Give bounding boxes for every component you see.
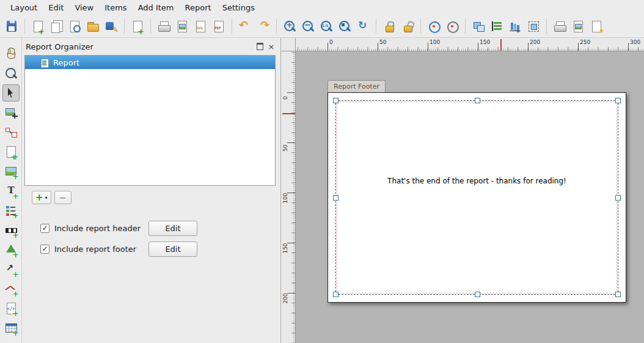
- panel-title: Report Organizer: [26, 42, 93, 51]
- selection-handle-br[interactable]: [615, 292, 621, 297]
- footer-label-text: That's the end of the report - thanks fo…: [328, 177, 626, 185]
- resize-items-button[interactable]: [525, 18, 542, 35]
- v-ruler-label: 150: [282, 242, 288, 255]
- v-ruler-label: 50: [282, 141, 288, 155]
- export-report-image-button[interactable]: [569, 18, 587, 35]
- print-button[interactable]: [155, 18, 172, 35]
- snap-guides-icon: [445, 20, 459, 33]
- save-project-icon: [5, 20, 18, 33]
- layout-manager-button[interactable]: [66, 18, 83, 35]
- align-items-button[interactable]: [488, 18, 505, 35]
- menu-items[interactable]: Items: [99, 1, 132, 14]
- unlock-items-button[interactable]: [399, 18, 416, 35]
- add-label-button[interactable]: [2, 182, 20, 199]
- group-items-button[interactable]: [470, 18, 487, 35]
- refresh-view-button[interactable]: [354, 18, 371, 35]
- zoom-button[interactable]: [2, 65, 20, 82]
- selection-handle-bm[interactable]: [475, 292, 480, 297]
- edit-nodes-button[interactable]: [2, 124, 20, 141]
- tree-item-report[interactable]: Report: [25, 56, 275, 69]
- h-ruler-label: 200: [530, 39, 540, 45]
- add-picture-button[interactable]: [2, 163, 20, 180]
- pan-button[interactable]: [2, 45, 20, 62]
- selection-handle-bl[interactable]: [333, 292, 338, 297]
- v-ruler-label: 200: [282, 292, 288, 305]
- add-page-button[interactable]: [2, 143, 20, 160]
- lock-items-button[interactable]: [381, 18, 398, 35]
- add-arrow-button[interactable]: [2, 260, 20, 278]
- toolbar-separator: [546, 19, 547, 34]
- add-plus-badge: [12, 232, 18, 239]
- zoom-in-button[interactable]: [281, 18, 298, 35]
- add-html-button[interactable]: [2, 300, 20, 317]
- section-buttons: [22, 186, 280, 204]
- remove-section-button[interactable]: [54, 191, 71, 204]
- report-tree[interactable]: Report: [24, 55, 276, 186]
- selection-handle-mr[interactable]: [615, 195, 621, 201]
- add-attribute-table-button[interactable]: [2, 319, 20, 336]
- export-image-button[interactable]: [174, 18, 191, 35]
- add-shape-button[interactable]: [2, 241, 20, 258]
- snap-guides-button[interactable]: [444, 18, 461, 35]
- selected-item-frame[interactable]: [335, 100, 618, 295]
- zoom-actual-button[interactable]: [318, 18, 335, 35]
- save-as-template-button[interactable]: [103, 18, 120, 35]
- new-layout-icon: [31, 20, 45, 33]
- add-section-button[interactable]: [32, 191, 51, 204]
- add-legend-button[interactable]: [2, 202, 20, 219]
- toolbar-separator: [124, 19, 125, 34]
- move-content-button[interactable]: [2, 104, 20, 121]
- menu-layout[interactable]: Layout: [5, 1, 43, 14]
- undo-icon: [238, 20, 252, 33]
- undo-button[interactable]: [236, 18, 254, 35]
- menu-edit[interactable]: Edit: [43, 1, 69, 14]
- include-report-header-checkbox[interactable]: [40, 224, 49, 233]
- dock-close-button[interactable]: [267, 42, 276, 51]
- v-ruler-label: 0: [282, 91, 288, 105]
- select-move-item-button[interactable]: [2, 84, 20, 101]
- zoom-icon: [4, 67, 18, 80]
- dock-float-button[interactable]: [255, 42, 264, 51]
- export-svg-button[interactable]: [192, 18, 209, 35]
- duplicate-layout-button[interactable]: [48, 18, 65, 35]
- menu-view[interactable]: View: [69, 1, 99, 14]
- redo-button[interactable]: [255, 18, 272, 35]
- include-report-footer-checkbox[interactable]: [40, 245, 49, 254]
- v-ruler-label: 100: [282, 191, 288, 205]
- magnifier-handle: [310, 27, 315, 32]
- menu-add-item[interactable]: Add Item: [133, 1, 180, 14]
- zoom-out-button[interactable]: [299, 18, 317, 35]
- include-report-footer-edit-button[interactable]: Edit: [148, 242, 197, 257]
- save-project-button[interactable]: [3, 18, 20, 35]
- add-picture-icon: [4, 164, 18, 178]
- toolbar-separator: [465, 19, 466, 34]
- selection-handle-ml[interactable]: [333, 195, 338, 201]
- distribute-items-button[interactable]: [507, 18, 524, 35]
- report-page[interactable]: That's the end of the report - thanks fo…: [327, 92, 626, 303]
- add-scalebar-button[interactable]: [2, 221, 20, 238]
- item-toolbox: [0, 38, 22, 343]
- menu-settings[interactable]: Settings: [217, 1, 260, 14]
- report-settings-button[interactable]: [588, 18, 605, 35]
- add-plus-badge: [12, 193, 18, 200]
- move-content-icon: [4, 106, 18, 119]
- snap-grid-button[interactable]: [425, 18, 442, 35]
- add-plus-badge: [12, 330, 18, 337]
- new-layout-button[interactable]: [29, 18, 46, 35]
- add-pages-button[interactable]: [129, 18, 146, 35]
- report-organizer-panel: Report Organizer Report Include report h…: [22, 38, 281, 343]
- menu-report[interactable]: Report: [180, 1, 217, 14]
- zoom-full-button[interactable]: [336, 18, 353, 35]
- export-svg-icon: [194, 20, 207, 33]
- include-report-header-edit-button[interactable]: Edit: [148, 221, 197, 236]
- add-plus-badge: [12, 271, 18, 278]
- open-template-button[interactable]: [84, 18, 101, 35]
- report-icon: [40, 58, 49, 67]
- export-pdf-button[interactable]: [210, 18, 227, 35]
- add-node-item-button[interactable]: [2, 280, 20, 297]
- selection-handle-tr[interactable]: [615, 98, 621, 103]
- print-report-button[interactable]: [551, 18, 568, 35]
- selection-handle-tl[interactable]: [333, 98, 338, 103]
- selection-handle-tm[interactable]: [475, 98, 480, 103]
- page-viewport[interactable]: Report Footer That's the end of the repo…: [296, 51, 644, 343]
